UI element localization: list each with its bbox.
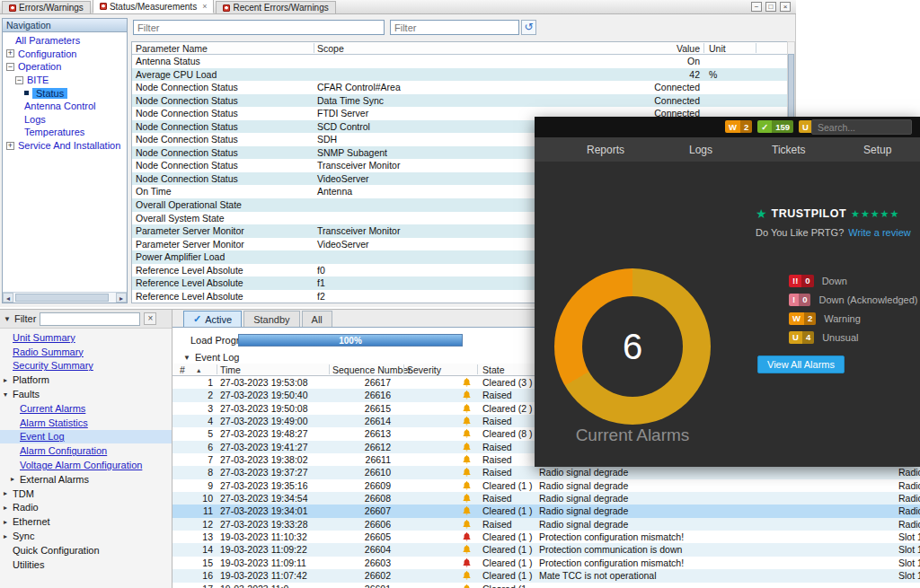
column-header-parameter-name[interactable]: Parameter Name <box>136 43 208 54</box>
legend-badge[interactable]: W2 <box>789 312 816 325</box>
column-header-scope[interactable]: Scope <box>317 43 344 54</box>
side-item-unit-summary[interactable]: Unit Summary <box>0 330 172 345</box>
expand-icon[interactable]: + <box>6 49 14 57</box>
scrollbar-thumb[interactable] <box>15 294 109 302</box>
legend-item-warning[interactable]: W2Warning <box>789 309 918 328</box>
side-item-ethernet[interactable]: ▸Ethernet <box>0 514 172 529</box>
expand-arrow-icon[interactable]: ▸ <box>4 504 13 512</box>
collapse-icon[interactable]: − <box>15 76 23 84</box>
column-header-unit[interactable]: Unit <box>709 43 726 54</box>
parameter-row[interactable]: Node Connection StatusCFAR Control#AreaC… <box>132 81 788 94</box>
close-button[interactable]: × <box>780 2 791 12</box>
column-header-time[interactable]: Time <box>220 364 241 375</box>
critical-bell-icon <box>458 531 474 542</box>
tab-standby[interactable]: Standby <box>243 311 299 327</box>
column-header-num[interactable]: #▲ <box>180 364 202 375</box>
legend-badge[interactable]: !!0 <box>789 275 814 287</box>
side-item-alarm-statistics[interactable]: Alarm Statistics <box>0 416 172 430</box>
event-row-15[interactable]: 1519-03-2023 11:09:1126603Cleared (1 )Pr… <box>172 557 920 569</box>
collapse-arrow-icon[interactable]: ▾ <box>4 391 13 399</box>
side-item-radio[interactable]: ▸Radio <box>0 501 172 515</box>
nav-item-logs[interactable]: Logs <box>3 113 127 127</box>
view-all-alarms-button[interactable]: View All Alarms <box>757 355 845 373</box>
nav-item-configuration[interactable]: +Configuration <box>3 48 127 61</box>
window-tab-errors-warnings[interactable]: Errors/Warnings <box>2 1 91 13</box>
legend-item-down[interactable]: !!0Down <box>789 271 918 290</box>
parameter-row[interactable]: Average CPU Load42% <box>132 68 788 82</box>
expand-icon[interactable]: + <box>6 142 14 150</box>
nav-item-operation[interactable]: −Operation <box>3 60 127 74</box>
write-review-link[interactable]: Write a review <box>848 227 910 238</box>
tab-all[interactable]: All <box>302 311 332 327</box>
event-row-13[interactable]: 1319-03-2023 11:10:3226605Cleared (1 )Pr… <box>172 531 920 543</box>
side-item-quick-configuration[interactable]: Quick Configuration <box>0 543 172 557</box>
tab-active[interactable]: ✓Active <box>183 311 242 327</box>
ok-count-badge[interactable]: ✓159 <box>757 120 793 133</box>
legend-badge[interactable]: U4 <box>789 331 814 344</box>
event-row-14[interactable]: 1419-03-2023 11:09:2226604Cleared (1 )Pr… <box>172 543 920 556</box>
collapse-icon[interactable]: − <box>6 63 14 71</box>
expand-arrow-icon[interactable]: ▸ <box>4 532 13 540</box>
column-header-sequence-number[interactable]: Sequence Number <box>332 364 411 375</box>
tab-close-icon[interactable]: × <box>202 2 207 11</box>
side-item-tdm[interactable]: ▸TDM <box>0 487 172 501</box>
side-item-voltage-alarm-configuration[interactable]: Voltage Alarm Configuration <box>0 458 172 472</box>
refresh-button[interactable]: ↺ <box>521 20 536 35</box>
filter-collapse-icon[interactable]: ▼ <box>4 315 11 323</box>
event-row-16[interactable]: 1619-03-2023 11:07:4226602Cleared (1 )Ma… <box>172 569 920 582</box>
parameter-filter-input[interactable] <box>133 20 385 35</box>
legend-item-down-acknowledged[interactable]: !0Down (Acknowledged) <box>789 290 918 309</box>
parameter-row[interactable]: Antenna StatusOn <box>132 55 788 68</box>
column-header-severity[interactable]: Severity <box>407 364 441 375</box>
nav-item-status[interactable]: Status <box>3 86 127 100</box>
legend-item-unusual[interactable]: U4Unusual <box>789 328 918 347</box>
scroll-right-icon[interactable]: ▸ <box>116 293 127 303</box>
event-row-9[interactable]: 927-03-2023 19:35:1626609Cleared (1 )Rad… <box>172 479 920 492</box>
scrollbar-track[interactable] <box>13 293 116 303</box>
scroll-left-icon[interactable]: ◂ <box>3 293 13 303</box>
expand-arrow-icon[interactable]: ▸ <box>11 475 20 483</box>
column-header-value[interactable]: Value <box>518 43 700 54</box>
nav-item-temperatures[interactable]: Temperatures <box>3 126 127 139</box>
nav-horizontal-scrollbar[interactable]: ◂ ▸ <box>3 292 127 303</box>
menu-item-tickets[interactable]: Tickets <box>772 144 806 156</box>
event-log-section-header[interactable]: ▼ Event Log <box>183 352 239 363</box>
minimize-button[interactable]: − <box>751 2 762 12</box>
menu-item-reports[interactable]: Reports <box>587 144 624 156</box>
restore-button[interactable]: □ <box>765 2 776 12</box>
nav-item-bite[interactable]: −BITE <box>3 74 127 87</box>
menu-item-setup[interactable]: Setup <box>863 144 891 156</box>
expand-arrow-icon[interactable]: ▸ <box>4 518 13 526</box>
scope-filter-input[interactable] <box>390 20 519 35</box>
event-row-17[interactable]: 1719-03-2023 11:026601Cleared (1 <box>172 583 920 588</box>
event-row-8[interactable]: 827-03-2023 19:37:2726610RaisedRadio sig… <box>172 466 920 478</box>
expand-arrow-icon[interactable]: ▸ <box>4 489 13 497</box>
menu-item-logs[interactable]: Logs <box>689 144 712 156</box>
side-item-alarm-configuration[interactable]: Alarm Configuration <box>0 443 172 458</box>
expand-arrow-icon[interactable]: ▸ <box>4 376 13 384</box>
side-item-platform[interactable]: ▸Platform <box>0 373 172 387</box>
side-item-faults[interactable]: ▾Faults <box>0 387 172 401</box>
filter-clear-button[interactable]: × <box>144 312 156 325</box>
side-item-current-alarms[interactable]: Current Alarms <box>0 401 172 416</box>
event-row-11[interactable]: 1127-03-2023 19:34:0126607Cleared (1 )Ra… <box>172 505 920 517</box>
column-header-state[interactable]: State <box>482 364 505 375</box>
side-item-event-log[interactable]: Event Log <box>0 430 172 444</box>
event-row-10[interactable]: 1027-03-2023 19:34:5426608RaisedRadio si… <box>172 492 920 505</box>
warning-count-badge[interactable]: W2 <box>725 120 752 133</box>
event-row-12[interactable]: 1227-03-2023 19:33:2826606RaisedRadio si… <box>172 518 920 531</box>
nav-item-all-parameters[interactable]: All Parameters <box>3 34 127 48</box>
legend-badge[interactable]: !0 <box>789 294 810 306</box>
side-filter-input[interactable] <box>40 312 140 326</box>
window-tab-status-measurements[interactable]: Status/Measurements× <box>93 0 215 13</box>
nav-item-antenna-control[interactable]: Antenna Control <box>3 100 127 113</box>
parameter-row[interactable]: Node Connection StatusData Time SyncConn… <box>132 94 788 108</box>
side-item-external-alarms[interactable]: ▸External Alarms <box>0 472 172 487</box>
window-tab-recent-errors-warnings[interactable]: Recent Errors/Warnings <box>216 1 335 13</box>
nav-item-service-and-installation[interactable]: +Service And Installation <box>3 139 127 153</box>
side-item-security-summary[interactable]: Security Summary <box>0 359 172 373</box>
prtg-search-input[interactable] <box>811 119 912 135</box>
side-item-sync[interactable]: ▸Sync <box>0 529 172 543</box>
side-item-utilities[interactable]: Utilities <box>0 557 172 572</box>
side-item-radio-summary[interactable]: Radio Summary <box>0 345 172 359</box>
